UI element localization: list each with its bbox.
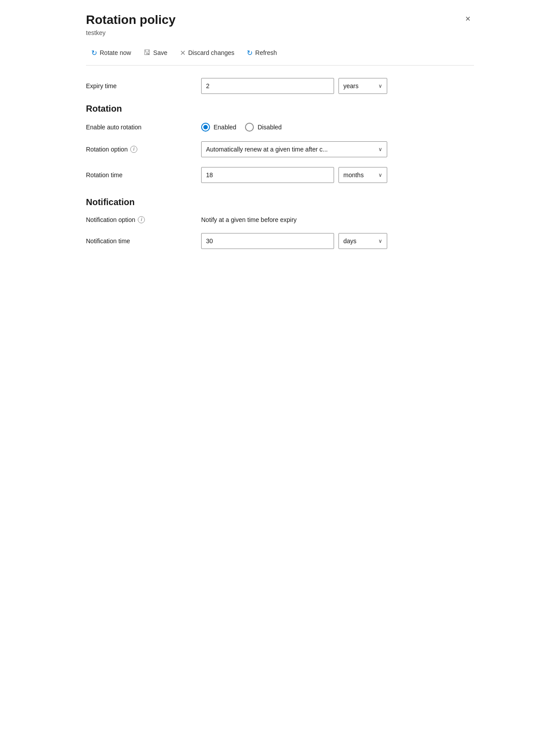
panel-header: Rotation policy testkey × — [86, 12, 474, 44]
disabled-radio-label[interactable]: Disabled — [245, 123, 281, 132]
refresh-button[interactable]: ↻ Refresh — [241, 46, 282, 60]
expiry-unit-dropdown[interactable]: years ∨ — [338, 78, 387, 94]
notification-time-controls: days ∨ — [201, 233, 474, 249]
auto-rotation-controls: Enabled Disabled — [201, 123, 474, 132]
rotation-option-info-icon[interactable]: i — [130, 146, 137, 153]
enabled-radio-inner — [203, 125, 208, 129]
notification-option-controls: Notify at a given time before expiry — [201, 216, 474, 223]
close-button[interactable]: × — [462, 12, 474, 25]
expiry-time-input[interactable] — [201, 78, 334, 94]
notification-section: Notification Notification option i Notif… — [86, 197, 474, 249]
discard-button[interactable]: ✕ Discard changes — [175, 46, 240, 60]
disabled-radio-button[interactable] — [245, 123, 254, 132]
rotation-option-controls: Automatically renew at a given time afte… — [201, 141, 474, 157]
expiry-time-label: Expiry time — [86, 82, 201, 89]
rotation-time-unit-dropdown[interactable]: months ∨ — [338, 167, 387, 183]
discard-icon: ✕ — [180, 49, 186, 57]
expiry-time-row: Expiry time years ∨ — [86, 78, 474, 94]
rotation-policy-panel: Rotation policy testkey × ↻ Rotate now 🖫… — [72, 0, 488, 281]
notification-option-label: Notification option i — [86, 216, 201, 223]
refresh-icon: ↻ — [247, 49, 253, 57]
rotation-option-dropdown[interactable]: Automatically renew at a given time afte… — [201, 141, 387, 157]
rotation-time-row: Rotation time months ∨ — [86, 167, 474, 183]
notification-time-input[interactable] — [201, 233, 334, 249]
rotation-time-label: Rotation time — [86, 171, 201, 179]
notification-time-row: Notification time days ∨ — [86, 233, 474, 249]
rotation-time-unit-chevron-icon: ∨ — [378, 172, 382, 178]
rotation-section-title: Rotation — [86, 104, 474, 114]
rotate-now-label: Rotate now — [100, 49, 131, 56]
save-label: Save — [153, 49, 167, 56]
disabled-label: Disabled — [257, 124, 281, 131]
notification-section-title: Notification — [86, 197, 474, 207]
rotate-icon: ↻ — [91, 49, 97, 57]
panel-subtitle: testkey — [86, 29, 175, 36]
rotation-option-row: Rotation option i Automatically renew at… — [86, 141, 474, 157]
notification-time-unit-dropdown[interactable]: days ∨ — [338, 233, 387, 249]
expiry-unit-value: years — [343, 82, 358, 89]
save-button[interactable]: 🖫 Save — [138, 46, 173, 59]
notification-option-value: Notify at a given time before expiry — [201, 216, 297, 223]
refresh-label: Refresh — [255, 49, 277, 56]
rotate-now-button[interactable]: ↻ Rotate now — [86, 46, 136, 60]
notification-option-info-icon[interactable]: i — [138, 216, 145, 223]
expiry-unit-chevron-icon: ∨ — [378, 83, 382, 89]
toolbar: ↻ Rotate now 🖫 Save ✕ Discard changes ↻ … — [86, 46, 474, 66]
enabled-radio-button[interactable] — [201, 123, 210, 132]
rotation-option-value: Automatically renew at a given time afte… — [206, 146, 328, 153]
auto-rotation-row: Enable auto rotation Enabled Disabled — [86, 123, 474, 132]
notification-option-row: Notification option i Notify at a given … — [86, 216, 474, 223]
enabled-radio-label[interactable]: Enabled — [201, 123, 236, 132]
rotation-option-chevron-icon: ∨ — [378, 146, 382, 152]
rotation-time-controls: months ∨ — [201, 167, 474, 183]
rotation-time-input[interactable] — [201, 167, 334, 183]
header-text: Rotation policy testkey — [86, 12, 175, 44]
notification-time-label: Notification time — [86, 237, 201, 245]
expiry-controls: years ∨ — [201, 78, 474, 94]
enabled-label: Enabled — [214, 124, 236, 131]
notification-time-unit-value: days — [343, 237, 357, 245]
panel-title: Rotation policy — [86, 12, 175, 27]
save-icon: 🖫 — [144, 49, 151, 57]
rotation-section: Rotation Enable auto rotation Enabled Di… — [86, 104, 474, 183]
discard-label: Discard changes — [188, 49, 234, 56]
rotation-time-unit-value: months — [343, 171, 364, 179]
notification-time-unit-chevron-icon: ∨ — [378, 238, 382, 244]
auto-rotation-label: Enable auto rotation — [86, 124, 201, 131]
rotation-option-label: Rotation option i — [86, 146, 201, 153]
